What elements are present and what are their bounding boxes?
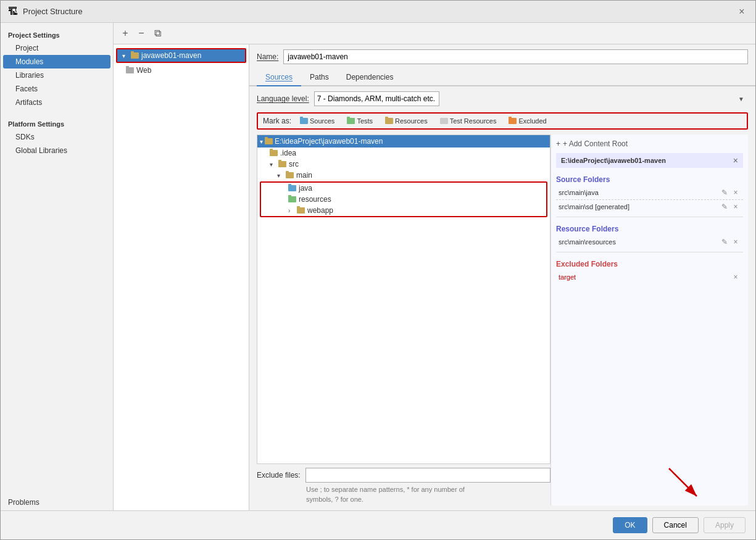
remove-source-java[interactable]: × — [731, 188, 741, 197]
mark-tests-button[interactable]: Tests — [343, 116, 376, 126]
tree-item-label: javaweb01-maven — [141, 51, 201, 60]
module-tree-item-javaweb01-maven[interactable]: ▾ javaweb01-maven — [117, 49, 245, 62]
source-folder-path-java: src\main\java — [559, 189, 720, 196]
main-expand: ▾ — [277, 172, 283, 179]
exclude-files-hint: Use ; to separate name patterns, * for a… — [257, 485, 550, 504]
idea-folder-icon — [270, 150, 278, 156]
edit-source-java[interactable]: ✎ — [720, 188, 729, 197]
mark-tests-label: Tests — [357, 117, 373, 125]
remove-resource[interactable]: × — [731, 237, 741, 247]
remove-source-generated[interactable]: × — [731, 202, 741, 212]
resources-folder-icon — [288, 196, 296, 202]
src-folder-icon — [278, 161, 286, 167]
project-settings-title: Project Settings — [1, 28, 113, 41]
tab-dependencies[interactable]: Dependencies — [338, 69, 402, 86]
resource-folder-path: src\main\resources — [559, 238, 720, 246]
app-icon: 🏗 — [8, 6, 18, 17]
cancel-button[interactable]: Cancel — [652, 517, 699, 533]
arrow-annotation — [663, 462, 706, 505]
mark-as-label: Mark as: — [263, 117, 291, 125]
content-root-path: E:\ideaProject\javaweb01-maven — [561, 157, 666, 164]
sidebar-item-modules[interactable]: Modules — [3, 55, 110, 69]
sources-tab-content: Language level: 7 - Diamonds, ARM, multi… — [249, 86, 755, 510]
source-folder-path-generated: src\main\sd [generated] — [559, 203, 720, 210]
tree-item-label-web: Web — [136, 66, 151, 75]
content-root-header: E:\ideaProject\javaweb01-maven × — [556, 153, 743, 168]
root-path-label: E:\ideaProject\javaweb01-maven — [275, 137, 383, 146]
language-level-select[interactable]: 7 - Diamonds, ARM, multi-catch etc. — [314, 91, 439, 106]
excluded-folder-path: target — [559, 273, 576, 281]
footer: OK Cancel Apply — [1, 510, 755, 539]
close-button[interactable]: × — [736, 6, 748, 18]
right-panel: + + Add Content Root E:\ideaProject\java… — [550, 135, 748, 505]
sidebar-item-global-libraries[interactable]: Global Libraries — [1, 144, 113, 157]
sidebar-item-sdks[interactable]: SDKs — [1, 130, 113, 144]
webapp-label: webapp — [307, 206, 333, 215]
sources-main: ▾ E:\ideaProject\javaweb01-maven .idea — [257, 135, 748, 505]
sidebar-item-facets[interactable]: Facets — [1, 82, 113, 96]
test-resources-folder-icon — [440, 118, 448, 124]
apply-button[interactable]: Apply — [704, 517, 746, 533]
tree-row-webapp[interactable]: › webapp — [261, 205, 546, 216]
main-content: + − ⧉ ▾ javaweb01-maven — [114, 23, 755, 510]
excluded-folder-entry: target × — [556, 271, 743, 283]
java-folder-icon — [288, 185, 296, 191]
source-folder-entry-java: src\main\java ✎ × — [556, 186, 743, 199]
tabs-row: Sources Paths Dependencies — [249, 69, 755, 86]
sidebar-item-project[interactable]: Project — [1, 41, 113, 55]
remove-excluded[interactable]: × — [731, 272, 741, 282]
exclude-files-section: Exclude files: Use ; to separate name pa… — [257, 464, 550, 505]
excluded-folders-title: Excluded Folders — [556, 260, 743, 268]
name-label: Name: — [257, 52, 278, 61]
edit-resource[interactable]: ✎ — [720, 237, 729, 247]
copy-button[interactable]: ⧉ — [151, 27, 164, 40]
resources-folder-icon — [385, 118, 393, 124]
tree-row-root[interactable]: ▾ E:\ideaProject\javaweb01-maven — [257, 135, 550, 147]
main-folder-icon — [286, 172, 294, 178]
add-button[interactable]: + — [118, 27, 132, 40]
edit-source-generated[interactable]: ✎ — [720, 202, 729, 212]
tree-row-idea[interactable]: .idea — [257, 147, 550, 159]
svg-line-1 — [669, 468, 697, 496]
content-root-close[interactable]: × — [733, 156, 738, 165]
remove-button[interactable]: − — [135, 27, 148, 40]
exclude-files-label: Exclude files: — [257, 471, 301, 480]
java-label: java — [299, 184, 312, 193]
add-content-root-label: + Add Content Root — [563, 139, 628, 148]
expand-icon: ▾ — [260, 138, 263, 145]
add-icon: + — [556, 139, 560, 148]
idea-label: .idea — [280, 149, 296, 157]
root-folder-icon — [265, 138, 273, 144]
sidebar: Project Settings Project Modules Librari… — [1, 23, 114, 510]
mark-sources-button[interactable]: Sources — [296, 116, 338, 126]
add-content-root[interactable]: + + Add Content Root — [556, 139, 743, 148]
module-toolbar: + − ⧉ — [114, 23, 169, 44]
sources-folder-icon — [300, 118, 308, 124]
mark-resources-button[interactable]: Resources — [381, 116, 431, 126]
tree-row-resources[interactable]: resources — [261, 194, 546, 205]
mark-excluded-button[interactable]: Excluded — [505, 116, 550, 126]
tree-row-src[interactable]: ▾ src — [257, 159, 550, 170]
tests-folder-icon — [347, 118, 355, 124]
mark-resources-label: Resources — [395, 117, 428, 125]
tree-row-main[interactable]: ▾ main — [257, 170, 550, 181]
ok-button[interactable]: OK — [613, 517, 647, 533]
tab-paths[interactable]: Paths — [301, 69, 338, 86]
mark-excluded-label: Excluded — [518, 117, 546, 125]
module-details: Name: Sources Paths Dependencies — [249, 44, 755, 510]
mark-test-resources-button[interactable]: Test Resources — [436, 116, 501, 126]
sidebar-item-libraries[interactable]: Libraries — [1, 69, 113, 82]
module-tree-item-web[interactable]: Web — [114, 64, 249, 77]
folder-icon-web — [126, 67, 134, 73]
resource-folder-entry: src\main\resources ✎ × — [556, 236, 743, 248]
sidebar-item-artifacts[interactable]: Artifacts — [1, 96, 113, 109]
tree-row-java[interactable]: java — [261, 183, 546, 194]
module-tree: ▾ javaweb01-maven Web — [114, 44, 249, 510]
tab-sources[interactable]: Sources — [257, 69, 301, 86]
source-folder-entry-generated: src\main\sd [generated] ✎ × — [556, 201, 743, 213]
src-label: src — [289, 160, 299, 168]
exclude-files-input[interactable] — [305, 468, 550, 483]
sidebar-item-problems[interactable]: Problems — [1, 494, 113, 510]
name-input[interactable] — [283, 49, 748, 64]
dialog-title: Project Structure — [23, 7, 83, 16]
